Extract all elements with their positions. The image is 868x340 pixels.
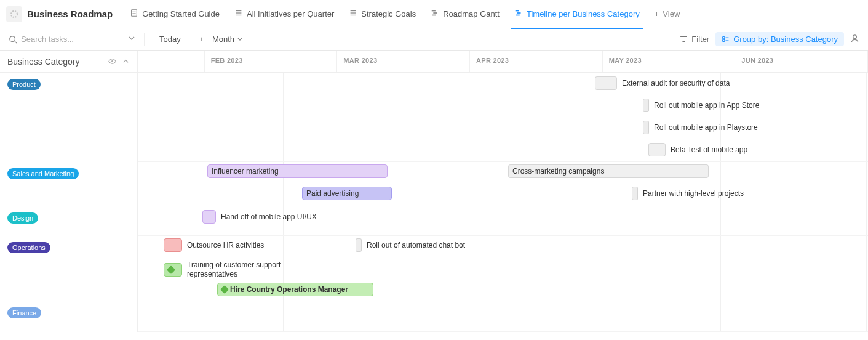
tab-timeline-per-business-category[interactable]: Timeline per Business Category: [507, 0, 647, 28]
gantt-icon: [431, 9, 439, 19]
task-label: Hire Country Operations Manager: [230, 285, 348, 294]
timeline-grid[interactable]: JAN 2023FEB 2023MAR 2023APR 2023MAY 2023…: [138, 51, 868, 332]
filter-icon: [680, 35, 688, 43]
timeline-lane: Outsource HR activitiesRoll out of autom…: [138, 236, 868, 301]
tab-label: Strategic Goals: [361, 9, 416, 18]
category-pill[interactable]: Product: [7, 79, 41, 90]
category-pill[interactable]: Sales and Marketing: [7, 168, 79, 179]
timeline-lane: External audit for security of dataRoll …: [138, 73, 868, 162]
visibility-icon[interactable]: [108, 57, 117, 66]
list-icon: [349, 9, 357, 19]
svg-rect-19: [723, 39, 725, 41]
filter-button[interactable]: Filter: [674, 34, 715, 44]
timeline-lane: Influencer marketingPaid advertisingCros…: [138, 162, 868, 206]
task-label: Roll out mobile app in App Store: [654, 101, 759, 110]
task-label: Beta Test of mobile app: [671, 145, 747, 155]
svg-rect-10: [432, 10, 436, 12]
task-label: External audit for security of data: [622, 79, 730, 88]
search-icon: [9, 35, 17, 44]
timeline-body: Business Category ProductSales and Marke…: [0, 51, 868, 332]
tab-label: Getting Started Guide: [142, 9, 220, 18]
task[interactable]: Beta Test of mobile app: [648, 143, 747, 156]
category-pill[interactable]: Finance: [7, 307, 41, 318]
month-header: JAN 2023FEB 2023MAR 2023APR 2023MAY 2023…: [138, 51, 868, 73]
task[interactable]: Roll out of automated chat bot: [356, 238, 465, 252]
svg-point-22: [853, 34, 857, 38]
task[interactable]: Partner with high-level projects: [632, 187, 744, 200]
svg-rect-11: [434, 12, 437, 14]
task-label: Outsource HR activities: [187, 241, 264, 250]
toolbar: Today − + Month Filter Group by: Busines…: [0, 28, 868, 51]
sidebar: Business Category ProductSales and Marke…: [0, 51, 138, 332]
task[interactable]: Hand off of mobile app UI/UX: [202, 210, 317, 224]
task[interactable]: Outsource HR activities: [164, 238, 264, 252]
lane-label: Finance: [0, 301, 137, 332]
task[interactable]: External audit for security of data: [595, 76, 730, 90]
month-col: FEB 2023: [205, 51, 338, 72]
task-label: Roll out mobile app in Playstore: [654, 123, 758, 132]
timeline-lane: Hand off of mobile app UI/UX: [138, 206, 868, 236]
svg-point-16: [10, 36, 15, 41]
task[interactable]: Roll out mobile app in Playstore: [643, 121, 758, 134]
lane-label: Operations: [0, 236, 137, 301]
add-view-label: View: [663, 9, 680, 18]
search-wrap: [9, 34, 125, 44]
sidebar-header: Business Category: [0, 51, 137, 73]
collapse-icon[interactable]: [122, 57, 130, 65]
plus-icon: +: [655, 9, 659, 18]
lane-label: Product: [0, 73, 137, 162]
month-col: APR 2023: [470, 51, 603, 72]
svg-point-0: [11, 11, 17, 17]
tab-label: All Initiatives per Quarter: [247, 9, 334, 18]
svg-rect-18: [723, 36, 725, 38]
svg-point-23: [111, 60, 113, 62]
tab-strategic-goals[interactable]: Strategic Goals: [341, 0, 423, 28]
range-select[interactable]: Month: [206, 34, 249, 44]
search-chevron-icon[interactable]: [128, 34, 135, 44]
category-pill[interactable]: Operations: [7, 242, 50, 253]
space-title: Business Roadmap: [27, 9, 113, 19]
group-field-label: Business Category: [7, 57, 80, 67]
search-input[interactable]: [21, 34, 125, 44]
lane-label: Sales and Marketing: [0, 162, 137, 206]
doc-icon: [130, 9, 138, 19]
category-pill[interactable]: Design: [7, 212, 38, 224]
space-icon: [6, 6, 22, 22]
today-button[interactable]: Today: [153, 34, 187, 44]
task-label: Hand off of mobile app UI/UX: [221, 212, 317, 222]
lane-label: Design: [0, 206, 137, 236]
header-bar: Business Roadmap Getting Started GuideAl…: [0, 0, 868, 28]
task-label: Roll out of automated chat bot: [367, 241, 465, 250]
tab-label: Timeline per Business Category: [527, 9, 640, 18]
tab-label: Roadmap Gantt: [443, 9, 500, 18]
task[interactable]: Cross-marketing campaigns: [508, 164, 709, 178]
next-button[interactable]: +: [196, 34, 206, 44]
tab-roadmap-gantt[interactable]: Roadmap Gantt: [423, 0, 507, 28]
tab-getting-started-guide[interactable]: Getting Started Guide: [122, 0, 227, 28]
svg-rect-14: [517, 12, 520, 14]
separator: [144, 33, 145, 46]
task[interactable]: Roll out mobile app in App Store: [643, 99, 759, 112]
month-col: MAY 2023: [603, 51, 736, 72]
task-label: Paid advertising: [306, 189, 359, 198]
svg-line-17: [15, 41, 17, 43]
group-by-pill[interactable]: Group by: Business Category: [715, 32, 844, 46]
svg-rect-15: [516, 15, 520, 16]
group-icon: [722, 35, 730, 43]
add-view-button[interactable]: + View: [647, 9, 688, 18]
task-label: Influencer marketing: [212, 167, 279, 176]
task[interactable]: Training of customer support representat…: [164, 261, 310, 279]
month-col: JAN 2023: [138, 51, 205, 72]
svg-rect-13: [516, 10, 519, 12]
list-icon: [234, 9, 243, 19]
svg-rect-12: [432, 15, 436, 16]
task[interactable]: Influencer marketing: [207, 164, 388, 178]
svg-rect-1: [132, 10, 137, 17]
timeline-lane: [138, 301, 868, 332]
task[interactable]: Hire Country Operations Manager: [217, 283, 373, 296]
prev-button[interactable]: −: [187, 34, 197, 44]
task[interactable]: Paid advertising: [302, 187, 392, 200]
task-label: Partner with high-level projects: [643, 189, 744, 198]
tab-all-initiatives-per-quarter[interactable]: All Initiatives per Quarter: [227, 0, 341, 28]
user-icon[interactable]: [850, 34, 859, 45]
